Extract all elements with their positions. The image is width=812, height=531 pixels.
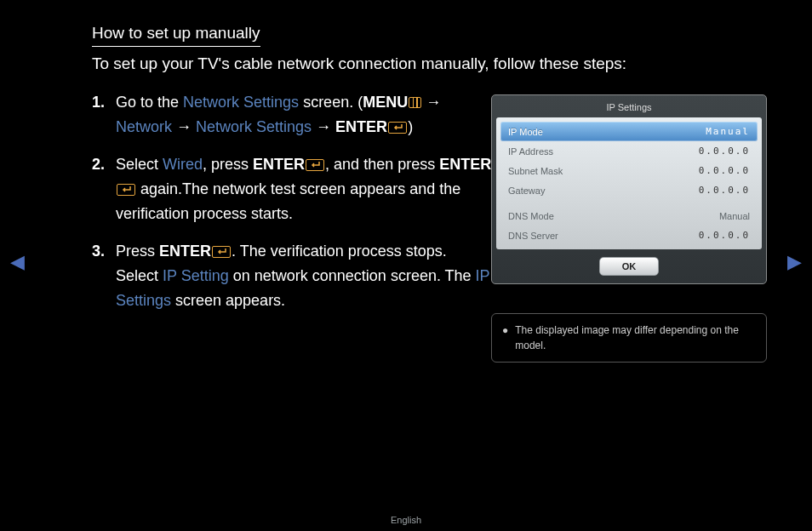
row-label: DNS Server xyxy=(508,231,558,241)
label-enter: ENTER xyxy=(335,118,387,135)
row-subnet-mask[interactable]: Subnet Mask 0.0.0.0 xyxy=(500,161,758,180)
step-3: 3. Press ENTER. The verification process… xyxy=(92,239,492,314)
label-menu: MENU xyxy=(363,94,408,111)
step-number: 1. xyxy=(92,90,107,140)
arrow: → xyxy=(172,118,196,135)
row-value: 0.0.0.0 xyxy=(699,146,750,157)
text: screen. ( xyxy=(299,94,363,111)
ok-row: OK xyxy=(496,257,762,276)
row-label: DNS Mode xyxy=(508,211,554,221)
enter-icon xyxy=(388,122,407,134)
row-label: IP Address xyxy=(508,146,553,157)
text: Go to the xyxy=(116,94,183,111)
row-value: 0.0.0.0 xyxy=(699,230,750,241)
link-network-settings: Network Settings xyxy=(196,118,312,135)
row-ip-address[interactable]: IP Address 0.0.0.0 xyxy=(500,141,758,161)
menu-icon xyxy=(409,97,421,108)
note-text: The displayed image may differ depending… xyxy=(515,323,756,353)
text: , and then press xyxy=(325,156,439,173)
text: screen appears. xyxy=(171,292,285,309)
step-number: 3. xyxy=(92,239,107,314)
row-label: Subnet Mask xyxy=(508,166,563,176)
row-value: 0.0.0.0 xyxy=(699,185,750,196)
enter-icon xyxy=(117,184,135,196)
step-body: Go to the Network Settings screen. (MENU… xyxy=(116,90,492,140)
step-body: Press ENTER. The verification process st… xyxy=(116,239,492,314)
link-network: Network xyxy=(116,118,172,135)
panel-title: IP Settings xyxy=(496,100,762,117)
text: on network connection screen. The xyxy=(229,267,476,284)
row-gateway[interactable]: Gateway 0.0.0.0 xyxy=(500,180,758,200)
step-2: 2. Select Wired, press ENTER, and then p… xyxy=(92,152,492,227)
panel-note: ● The displayed image may differ dependi… xyxy=(491,313,767,363)
enter-icon xyxy=(212,246,231,258)
row-value: Manual xyxy=(706,126,750,137)
label-enter: ENTER xyxy=(439,156,491,173)
link-ip-setting: IP Setting xyxy=(163,267,229,284)
row-value: 0.0.0.0 xyxy=(699,165,750,176)
page-title: How to set up manually xyxy=(92,24,260,47)
footer-language: English xyxy=(0,515,812,525)
arrow: → xyxy=(312,118,335,135)
ok-button[interactable]: OK xyxy=(599,257,659,276)
row-ip-mode[interactable]: IP Mode Manual xyxy=(500,122,758,141)
ip-settings-panel: IP Settings IP Mode Manual IP Address 0.… xyxy=(491,94,767,284)
link-network-settings: Network Settings xyxy=(183,94,299,111)
panel-body: IP Mode Manual IP Address 0.0.0.0 Subnet… xyxy=(496,117,762,249)
text: , press xyxy=(203,156,253,173)
row-dns-server[interactable]: DNS Server 0.0.0.0 xyxy=(500,226,758,245)
bullet-icon: ● xyxy=(502,323,508,353)
enter-icon xyxy=(306,159,324,171)
arrow: → xyxy=(421,94,441,111)
step-body: Select Wired, press ENTER, and then pres… xyxy=(116,152,492,227)
nav-next[interactable]: ▶ xyxy=(787,251,802,273)
step-1: 1. Go to the Network Settings screen. (M… xyxy=(92,90,492,140)
row-label: Gateway xyxy=(508,186,545,196)
link-wired: Wired xyxy=(163,156,203,173)
label-enter: ENTER xyxy=(253,156,305,173)
text: again.The network test screen appears an… xyxy=(116,180,460,222)
steps-list: 1. Go to the Network Settings screen. (M… xyxy=(92,90,492,326)
separator xyxy=(500,200,758,207)
label-enter: ENTER xyxy=(159,243,211,260)
text: ) xyxy=(408,118,413,135)
row-value: Manual xyxy=(719,211,750,221)
intro-text: To set up your TV's cable network connec… xyxy=(92,54,626,73)
row-label: IP Mode xyxy=(508,127,543,137)
nav-previous[interactable]: ◀ xyxy=(10,251,25,273)
text: Press xyxy=(116,243,159,260)
text: Select xyxy=(116,156,163,173)
row-dns-mode[interactable]: DNS Mode Manual xyxy=(500,207,758,226)
step-number: 2. xyxy=(92,152,107,227)
